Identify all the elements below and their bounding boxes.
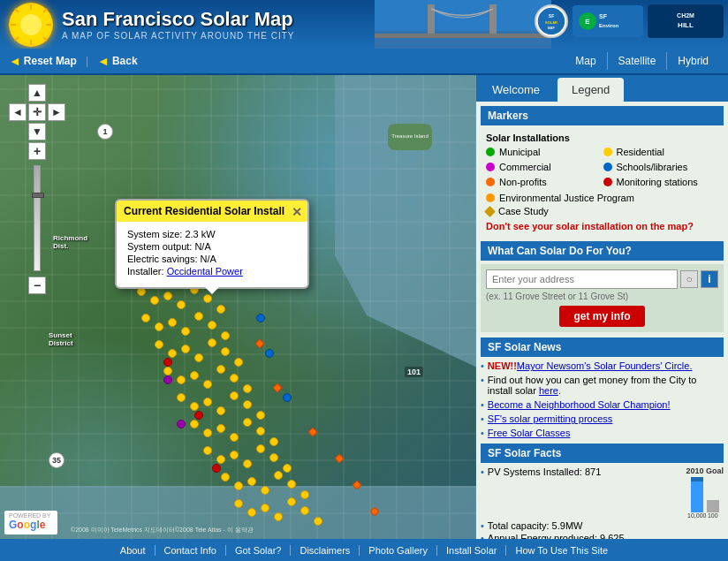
news-link-3[interactable]: Become a Neighborhood Solar Champion! xyxy=(488,399,671,410)
address-input[interactable] xyxy=(486,269,678,289)
solar-marker[interactable] xyxy=(203,398,212,406)
solar-marker[interactable] xyxy=(243,400,252,409)
news-link-4[interactable]: SF's solar permitting process xyxy=(488,413,612,424)
news-link-1[interactable]: Mayor Newsom's Solar Founders' Circle. xyxy=(517,360,693,371)
solar-marker[interactable] xyxy=(269,437,278,446)
pan-left-button[interactable]: ◄ xyxy=(9,103,27,121)
popup-installer-link[interactable]: Occidental Power xyxy=(167,266,243,277)
solar-marker[interactable] xyxy=(163,292,172,300)
pan-center-button[interactable]: ✛ xyxy=(28,103,46,121)
solar-marker[interactable] xyxy=(150,296,159,305)
pan-down-button[interactable]: ▼ xyxy=(28,123,46,140)
solar-marker[interactable] xyxy=(216,406,225,415)
solar-marker[interactable] xyxy=(190,420,199,428)
solar-marker[interactable] xyxy=(216,455,225,464)
solar-marker[interactable] xyxy=(314,517,322,526)
solar-marker[interactable] xyxy=(287,480,296,489)
solar-marker[interactable] xyxy=(261,486,269,495)
solar-marker[interactable] xyxy=(208,321,216,330)
solar-marker[interactable] xyxy=(230,391,239,400)
purple-marker[interactable] xyxy=(163,375,172,384)
solar-marker[interactable] xyxy=(256,411,265,420)
solar-marker[interactable] xyxy=(287,497,296,506)
solar-marker[interactable] xyxy=(256,427,265,436)
news-link-5[interactable]: Free Solar Classes xyxy=(488,428,571,438)
info-icon[interactable]: i xyxy=(701,270,718,288)
location-icon[interactable]: ○ xyxy=(680,270,698,288)
red-marker[interactable] xyxy=(194,411,203,420)
solar-marker[interactable] xyxy=(155,340,163,349)
solar-marker[interactable] xyxy=(208,338,216,347)
tab-legend[interactable]: Legend xyxy=(557,78,624,102)
blue-marker[interactable] xyxy=(265,349,274,358)
solar-marker[interactable] xyxy=(163,367,172,375)
solar-marker[interactable] xyxy=(230,374,239,383)
footer-about[interactable]: About xyxy=(111,545,155,556)
zoom-slider[interactable] xyxy=(34,165,41,271)
red-marker[interactable] xyxy=(212,464,221,473)
map-container[interactable]: ▲ ◄ ✛ ► ▼ + − Treasure Island 1 xyxy=(0,75,476,539)
solar-marker[interactable] xyxy=(168,318,177,327)
footer-got-solar[interactable]: Got Solar? xyxy=(226,545,292,556)
solar-marker[interactable] xyxy=(221,331,230,340)
back-button[interactable]: ◄ Back xyxy=(97,54,138,68)
pan-up-button[interactable]: ▲ xyxy=(28,84,46,102)
solar-marker[interactable] xyxy=(221,473,230,481)
solar-marker[interactable] xyxy=(234,499,243,508)
solar-marker[interactable] xyxy=(194,312,203,321)
red-marker[interactable] xyxy=(163,358,172,367)
solar-marker[interactable] xyxy=(234,358,243,367)
blue-marker[interactable] xyxy=(256,314,265,322)
zoom-in-button[interactable]: + xyxy=(28,142,46,160)
solar-marker[interactable] xyxy=(203,446,212,455)
footer-install-solar[interactable]: Install Solar xyxy=(437,545,506,556)
footer-disclaimers[interactable]: Disclaimers xyxy=(291,545,360,556)
solar-marker[interactable] xyxy=(203,428,212,437)
news-link-2[interactable]: here xyxy=(539,385,558,396)
map-type-satellite[interactable]: Satellite xyxy=(607,52,667,70)
popup-close-button[interactable]: ✕ xyxy=(292,205,302,219)
solar-marker[interactable] xyxy=(261,504,269,512)
solar-marker[interactable] xyxy=(243,459,252,468)
solar-marker[interactable] xyxy=(194,353,203,362)
pan-right-button[interactable]: ► xyxy=(48,103,65,121)
solar-marker[interactable] xyxy=(177,375,186,384)
solar-marker[interactable] xyxy=(300,490,309,499)
solar-marker[interactable] xyxy=(230,451,239,459)
solar-marker[interactable] xyxy=(283,464,292,473)
footer-contact-info[interactable]: Contact Info xyxy=(155,545,226,556)
map-type-map[interactable]: Map xyxy=(565,52,606,70)
solar-marker[interactable] xyxy=(243,384,252,393)
solar-marker[interactable] xyxy=(243,418,252,427)
solar-marker[interactable] xyxy=(256,444,265,453)
get-info-button[interactable]: get my info xyxy=(559,306,644,327)
zoom-out-button[interactable]: − xyxy=(28,277,46,294)
solar-marker[interactable] xyxy=(190,402,199,411)
purple-marker[interactable] xyxy=(177,420,186,428)
solar-marker[interactable] xyxy=(247,477,256,486)
solar-marker[interactable] xyxy=(216,424,225,433)
solar-marker[interactable] xyxy=(155,322,163,331)
solar-marker[interactable] xyxy=(141,314,150,322)
solar-marker[interactable] xyxy=(168,349,177,358)
solar-marker[interactable] xyxy=(269,453,278,462)
footer-how-to-use[interactable]: How To Use This Site xyxy=(506,545,617,556)
solar-marker[interactable] xyxy=(216,305,225,314)
reset-map-button[interactable]: ◄ Reset Map xyxy=(9,54,77,68)
solar-marker[interactable] xyxy=(300,506,309,515)
solar-marker[interactable] xyxy=(203,380,212,389)
solar-marker[interactable] xyxy=(181,345,190,353)
tab-welcome[interactable]: Welcome xyxy=(478,78,554,102)
solar-marker[interactable] xyxy=(234,481,243,490)
blue-marker[interactable] xyxy=(283,393,292,402)
footer-photo-gallery[interactable]: Photo Gallery xyxy=(360,545,437,556)
solar-marker[interactable] xyxy=(247,508,256,517)
solar-marker[interactable] xyxy=(177,393,186,402)
solar-marker[interactable] xyxy=(274,471,283,480)
solar-marker[interactable] xyxy=(190,371,199,380)
dont-see-link[interactable]: Don't see your solar installation on the… xyxy=(486,220,718,232)
solar-marker[interactable] xyxy=(221,347,230,356)
map-type-hybrid[interactable]: Hybrid xyxy=(666,52,719,70)
solar-marker[interactable] xyxy=(216,365,225,374)
solar-marker[interactable] xyxy=(181,327,190,336)
